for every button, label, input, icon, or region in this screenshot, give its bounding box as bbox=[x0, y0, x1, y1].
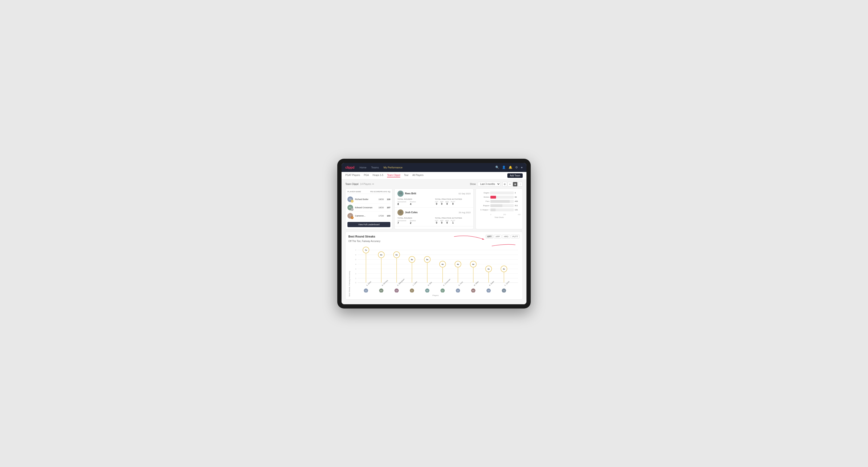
svg-text:RB: RB bbox=[426, 290, 428, 291]
streak-filter-btns: OTT APP ARG PUTT bbox=[486, 235, 520, 239]
sec-nav-all-players[interactable]: All Players bbox=[412, 174, 423, 177]
svg-text:EC: EC bbox=[441, 290, 444, 291]
svg-text:3x: 3x bbox=[488, 268, 490, 270]
pc-app-label-2: APP bbox=[440, 220, 443, 221]
lb-name-header: PLAYER NAME bbox=[347, 191, 370, 193]
player-card-2: JC Josh Coles 26 Aug 2023 Total Rounds T… bbox=[395, 208, 473, 226]
player-row[interactable]: EC 2 Edward Crossman 18/20 107 bbox=[347, 204, 390, 212]
team-title: Team Clippd 14 Players ✏ bbox=[345, 183, 374, 185]
nav-teams[interactable]: Teams bbox=[371, 166, 379, 169]
player-card-header-2: JC Josh Coles 26 Aug 2023 bbox=[398, 210, 470, 216]
svg-text:JC: JC bbox=[411, 290, 413, 291]
pc-ott-label-2: OTT bbox=[435, 220, 438, 221]
pc-practice-activities-label-1: Total Practice Activities bbox=[435, 198, 470, 200]
pc-app-col-1: APP 0 bbox=[440, 201, 443, 205]
player-row[interactable]: C 3 Cameron... 17/20 103 bbox=[347, 212, 390, 220]
search-icon[interactable]: 🔍 bbox=[495, 165, 499, 169]
pc-practice-group-2: Total Practice Activities OTT 0 APP 0 bbox=[435, 217, 470, 224]
months-select[interactable]: Last 3 months bbox=[478, 182, 500, 186]
pc-arg-label-2: ARG bbox=[445, 220, 449, 221]
hbar-track-dbogeys bbox=[490, 209, 514, 211]
svg-text:C. Quick: C. Quick bbox=[504, 280, 510, 286]
sec-nav-hcaps[interactable]: Hcaps 1-5 bbox=[373, 174, 383, 177]
hbar-fill-bogeys bbox=[490, 204, 502, 207]
sfbtn-ott[interactable]: OTT bbox=[486, 235, 493, 239]
settings-icon[interactable]: ⚙ bbox=[515, 165, 518, 169]
pc-rounds-group-2: Total Rounds Tournament 7 Practice 2 bbox=[398, 217, 433, 224]
pc-app-col-2: APP 0 bbox=[440, 220, 443, 224]
players-panel: RB Rees Britt 02 Sep 2023 Total Rounds T… bbox=[394, 188, 474, 229]
rounds-detail-1: Tournament 8 Practice 4 bbox=[398, 201, 433, 206]
hbar-label-bogeys: Bogeys bbox=[478, 205, 489, 207]
practice-label-1: Practice bbox=[410, 201, 416, 203]
add-team-button[interactable]: Add Team bbox=[507, 173, 523, 178]
tablet-screen: clippd Home Teams My Performance 🔍 👤 🔔 ⚙… bbox=[342, 163, 526, 304]
tournament-rounds-1: Tournament 8 bbox=[398, 201, 406, 206]
streaks-title: Best Round Streaks bbox=[348, 235, 375, 238]
hbar-label-pars: Pars bbox=[478, 200, 489, 203]
svg-text:E. Ebert: E. Ebert bbox=[366, 281, 371, 286]
pc-putt-label-1: PUTT bbox=[451, 201, 455, 203]
player-name-2: Edward Crossman bbox=[355, 206, 377, 209]
svg-text:J. Coles: J. Coles bbox=[412, 281, 417, 286]
practice-rounds-2: Practice 2 bbox=[410, 220, 416, 224]
pc-total-rounds-label-2: Total Rounds bbox=[398, 217, 433, 219]
horiz-bar-chart: Eagles 3 Birdies 96 bbox=[478, 191, 521, 214]
pc-ott-val-1: 0 bbox=[436, 203, 437, 205]
grid-view-btn[interactable]: ⊞ bbox=[502, 182, 507, 187]
pc-stats-1: Total Rounds Tournament 8 Practice 4 bbox=[398, 198, 470, 206]
svg-text:5x: 5x bbox=[411, 258, 413, 261]
nav-home[interactable]: Home bbox=[359, 166, 367, 169]
streaks-chart-inner: 7 6 5 4 3 2 1 0 7x E. Ebert bbox=[351, 245, 520, 297]
hbar-row-eagles: Eagles 3 bbox=[478, 191, 521, 194]
sfbtn-arg[interactable]: ARG bbox=[502, 235, 510, 239]
sec-nav-pga[interactable]: PGA bbox=[364, 174, 369, 177]
show-label: Show bbox=[470, 183, 476, 185]
table-view-btn[interactable]: ▦ bbox=[513, 182, 518, 187]
svg-text:R. Britt: R. Britt bbox=[427, 281, 432, 286]
hbar-track-pars bbox=[490, 200, 514, 203]
view-leaderboard-button[interactable]: View Full Leaderboard bbox=[347, 222, 390, 227]
svg-text:7: 7 bbox=[355, 249, 356, 251]
edit-icon[interactable]: ✏ bbox=[372, 183, 374, 185]
hbar-label-dbogeys: D. Bogeys + bbox=[478, 209, 489, 211]
streaks-svg: 7 6 5 4 3 2 1 0 7x E. Ebert bbox=[351, 245, 520, 292]
pc-arg-col-2: ARG 0 bbox=[445, 220, 449, 224]
sfbtn-putt[interactable]: PUTT bbox=[511, 235, 520, 239]
player-score-3: 17/20 bbox=[378, 215, 384, 217]
hbar-track-bogeys bbox=[490, 204, 514, 207]
chart-view-btn[interactable]: ↑ bbox=[518, 182, 523, 187]
sec-nav-tour[interactable]: Tour bbox=[404, 174, 408, 177]
y-axis-label: Best Streak, Fairway Accuracy bbox=[348, 245, 350, 297]
user-icon[interactable]: 👤 bbox=[502, 165, 506, 169]
pc-ott-val-2: 0 bbox=[436, 221, 437, 224]
hbar-row-dbogeys: D. Bogeys + 131 bbox=[478, 209, 521, 211]
svg-text:3x: 3x bbox=[503, 268, 505, 270]
pc-name-1: Rees Britt bbox=[405, 192, 457, 195]
sec-nav-team-clippd[interactable]: Team Clippd bbox=[387, 174, 400, 177]
hbar-val-birdies: 96 bbox=[515, 196, 521, 198]
hbar-label-birdies: Birdies bbox=[478, 196, 489, 198]
nav-bar: clippd Home Teams My Performance 🔍 👤 🔔 ⚙… bbox=[342, 163, 526, 172]
list-view-btn[interactable]: ≡ bbox=[507, 182, 512, 187]
sec-nav-pgat[interactable]: PGAT Players bbox=[345, 174, 360, 177]
nav-my-performance[interactable]: My Performance bbox=[383, 166, 403, 169]
svg-text:4: 4 bbox=[355, 263, 356, 266]
bell-icon[interactable]: 🔔 bbox=[508, 165, 512, 169]
hbar-val-eagles: 3 bbox=[515, 192, 521, 194]
lb-score-header: PB SCORE bbox=[370, 191, 380, 193]
svg-text:1: 1 bbox=[355, 277, 356, 280]
pc-arg-val-1: 0 bbox=[446, 203, 448, 205]
pc-app-val-1: 0 bbox=[441, 203, 442, 205]
svg-text:6x: 6x bbox=[380, 254, 382, 256]
account-icon[interactable]: ● bbox=[521, 165, 523, 169]
player-row[interactable]: RB 1 Richard Butler 19/20 110 bbox=[347, 195, 390, 204]
pc-putt-col-1: PUTT 0 bbox=[451, 201, 455, 205]
svg-text:0: 0 bbox=[355, 282, 356, 284]
pc-app-label-1: APP bbox=[440, 201, 443, 203]
pc-practice-row-2: OTT 0 APP 0 ARG 0 bbox=[435, 220, 470, 224]
svg-text:EE: EE bbox=[365, 290, 367, 291]
tournament-label-1: Tournament bbox=[398, 201, 406, 203]
tablet-frame: clippd Home Teams My Performance 🔍 👤 🔔 ⚙… bbox=[337, 159, 531, 309]
sfbtn-app[interactable]: APP bbox=[494, 235, 501, 239]
